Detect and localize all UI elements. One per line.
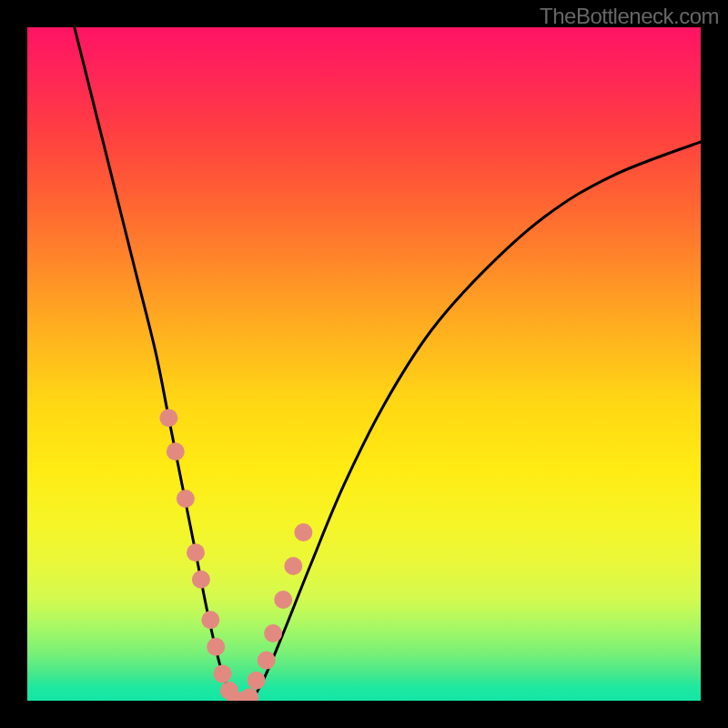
salmon-dot	[177, 490, 195, 508]
salmon-dot	[284, 557, 302, 575]
salmon-dot	[264, 624, 282, 642]
salmon-dot	[248, 672, 266, 690]
salmon-dot	[192, 571, 210, 589]
salmon-dots-group	[159, 409, 312, 701]
salmon-dot	[258, 652, 276, 670]
chart-frame: TheBottleneck.com	[0, 0, 728, 728]
curve-layer	[27, 27, 701, 701]
salmon-dot	[201, 611, 219, 629]
salmon-dot	[187, 543, 205, 561]
salmon-dot	[240, 688, 258, 701]
salmon-dot	[159, 409, 177, 427]
salmon-dot	[207, 638, 225, 656]
salmon-dot	[274, 591, 292, 609]
bottleneck-curve	[75, 27, 701, 701]
attribution-text: TheBottleneck.com	[540, 4, 719, 29]
salmon-dot	[294, 523, 312, 541]
salmon-dot	[214, 664, 232, 682]
salmon-dot	[167, 442, 185, 460]
plot-area	[27, 27, 701, 701]
